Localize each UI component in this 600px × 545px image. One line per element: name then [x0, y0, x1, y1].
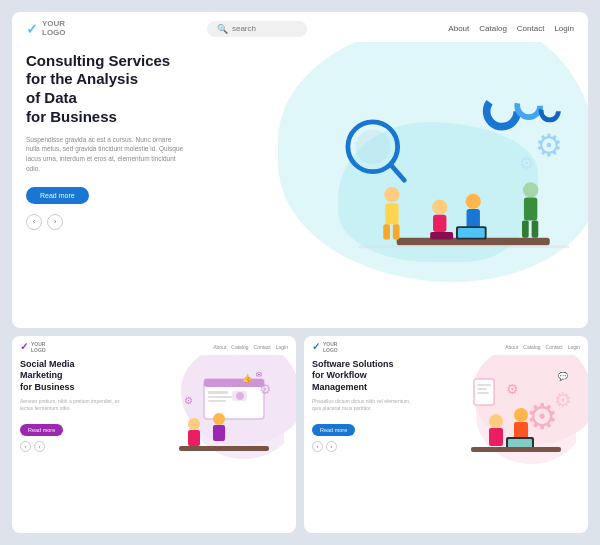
social-nav-contact[interactable]: Contact	[254, 344, 271, 350]
workflow-nav-login[interactable]: Login	[568, 344, 580, 350]
social-card-body: Social Media Marketing for Business Aene…	[12, 355, 296, 533]
svg-line-7	[391, 165, 404, 180]
svg-rect-55	[477, 388, 487, 390]
logo: ✓ YOUR LOGO	[26, 20, 66, 38]
svg-point-35	[188, 418, 200, 430]
svg-rect-23	[532, 220, 539, 237]
svg-rect-30	[208, 400, 226, 402]
nav-about[interactable]: About	[448, 24, 469, 33]
social-nav: ✓ YOUR LOGO About Catalog Contact Login	[12, 336, 296, 355]
workflow-illustration: ⚙ ⚙ ⚙	[446, 359, 580, 529]
top-card: ✓ YOUR LOGO 🔍 About Catalog Contact Logi…	[12, 12, 588, 328]
svg-text:⚙: ⚙	[506, 381, 519, 397]
social-logo-check: ✓	[20, 341, 28, 352]
svg-point-20	[523, 182, 538, 197]
logo-text: YOUR LOGO	[42, 20, 66, 38]
workflow-nav-contact[interactable]: Contact	[546, 344, 563, 350]
social-arrow-right[interactable]: ›	[34, 441, 45, 452]
top-card-body: Consulting Services for the Analysis of …	[12, 42, 588, 328]
svg-rect-19	[458, 228, 485, 238]
svg-point-13	[432, 199, 447, 214]
svg-text:⚙: ⚙	[519, 152, 534, 172]
svg-point-48	[514, 408, 528, 422]
svg-point-37	[213, 413, 225, 425]
arrow-left-button[interactable]: ‹	[26, 214, 42, 230]
social-content: Social Media Marketing for Business Aene…	[20, 359, 154, 529]
workflow-nav-about[interactable]: About	[505, 344, 518, 350]
svg-rect-10	[385, 203, 398, 224]
carousel-arrows: ‹ ›	[26, 214, 287, 230]
svg-rect-22	[522, 220, 529, 237]
nav-login[interactable]: Login	[554, 24, 574, 33]
social-illustration: ⚙ ⚙ 👍 ✉	[154, 359, 288, 529]
logo-check: ✓	[26, 21, 38, 37]
svg-text:⚙: ⚙	[184, 395, 193, 406]
svg-rect-38	[213, 425, 225, 441]
arrow-right-button[interactable]: ›	[47, 214, 63, 230]
svg-text:⚙: ⚙	[554, 389, 572, 411]
svg-rect-15	[430, 232, 453, 240]
svg-rect-36	[188, 430, 200, 446]
svg-text:⚙: ⚙	[259, 381, 272, 397]
social-arrow-left[interactable]: ‹	[20, 441, 31, 452]
workflow-title: Software Solutions for Workflow Manageme…	[312, 359, 446, 394]
workflow-subtitle: Phasellus dictum dictus nibh vel element…	[312, 398, 412, 412]
workflow-card-body: Software Solutions for Workflow Manageme…	[304, 355, 588, 533]
svg-point-0	[487, 96, 518, 127]
workflow-arrow-left[interactable]: ‹	[312, 441, 323, 452]
workflow-card: ✓ YOUR LOGO About Catalog Contact Login	[304, 336, 588, 533]
social-nav-links: About Catalog Contact Login	[213, 344, 288, 350]
svg-point-16	[466, 193, 481, 208]
workflow-logo: ✓ YOUR LOGO	[312, 341, 338, 353]
svg-text:👍: 👍	[242, 373, 252, 383]
svg-point-2	[541, 102, 558, 119]
svg-rect-52	[471, 447, 561, 452]
svg-rect-29	[208, 396, 233, 398]
svg-rect-12	[393, 224, 400, 239]
svg-rect-14	[433, 214, 446, 231]
social-arrows: ‹ ›	[20, 441, 154, 452]
workflow-content: Software Solutions for Workflow Manageme…	[312, 359, 446, 529]
workflow-nav-links: About Catalog Contact Login	[505, 344, 580, 350]
main-illustration-svg: ⚙ ⚙	[301, 42, 588, 328]
top-left-content: Consulting Services for the Analysis of …	[12, 42, 301, 328]
svg-text:💬: 💬	[558, 371, 568, 381]
workflow-illustration-svg: ⚙ ⚙ ⚙	[446, 359, 576, 469]
svg-rect-54	[477, 384, 491, 386]
svg-point-46	[489, 414, 503, 428]
social-read-more-button[interactable]: Read more	[20, 424, 63, 436]
social-nav-about[interactable]: About	[213, 344, 226, 350]
search-icon: 🔍	[217, 24, 228, 34]
main-subtitle: Suspendisse gravida ac est a cursus. Nun…	[26, 135, 186, 174]
social-title: Social Media Marketing for Business	[20, 359, 154, 394]
svg-rect-47	[489, 428, 503, 446]
svg-rect-28	[208, 391, 228, 394]
social-subtitle: Aenean pretium, nibh a pretium imperdiet…	[20, 398, 120, 412]
svg-rect-39	[179, 446, 269, 451]
top-illustration: ⚙ ⚙	[301, 42, 588, 328]
bottom-row: ✓ YOUR LOGO About Catalog Contact Login	[12, 336, 588, 533]
social-media-card: ✓ YOUR LOGO About Catalog Contact Login	[12, 336, 296, 533]
workflow-read-more-button[interactable]: Read more	[312, 424, 355, 436]
workflow-arrow-right[interactable]: ›	[326, 441, 337, 452]
svg-rect-56	[477, 392, 489, 394]
social-nav-login[interactable]: Login	[276, 344, 288, 350]
social-nav-catalog[interactable]: Catalog	[231, 344, 248, 350]
search-input[interactable]	[232, 24, 312, 33]
workflow-arrows: ‹ ›	[312, 441, 446, 452]
svg-rect-21	[524, 197, 537, 220]
nav-catalog[interactable]: Catalog	[479, 24, 507, 33]
social-logo-text: YOUR LOGO	[31, 341, 46, 353]
svg-point-6	[355, 129, 389, 163]
workflow-logo-text: YOUR LOGO	[323, 341, 338, 353]
social-logo: ✓ YOUR LOGO	[20, 341, 46, 353]
read-more-button[interactable]: Read more	[26, 187, 89, 204]
workflow-nav-catalog[interactable]: Catalog	[523, 344, 540, 350]
svg-point-1	[517, 94, 540, 117]
search-bar[interactable]: 🔍	[207, 21, 307, 37]
svg-point-32	[236, 392, 244, 400]
svg-point-9	[384, 187, 399, 202]
social-illustration-svg: ⚙ ⚙ 👍 ✉	[154, 359, 284, 469]
svg-rect-11	[383, 224, 390, 239]
nav-contact[interactable]: Contact	[517, 24, 545, 33]
